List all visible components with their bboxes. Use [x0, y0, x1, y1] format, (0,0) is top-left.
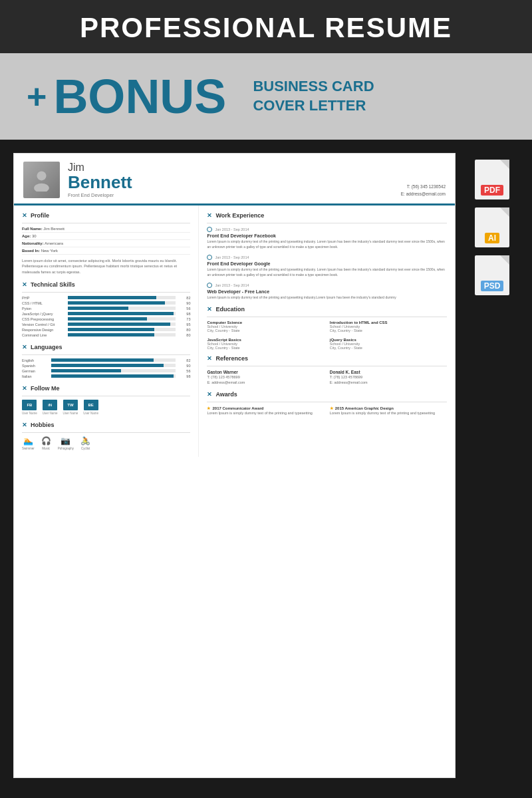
- resume-right-col: ✕ Work Experience Jan 2013 - Sep 2014 Fr…: [199, 205, 455, 457]
- work-entry-3: Jan 2013 - Sep 2014 Web Developer - Free…: [207, 283, 447, 301]
- education-section-title: ✕ Education: [207, 306, 447, 313]
- references-title-text: References: [215, 355, 248, 362]
- followme-divider: [22, 396, 190, 396]
- award-item-2: ★ 2015 American Graphic Design Lorem Ips…: [330, 406, 447, 416]
- bonus-section: + BONUS BUSINESS CARD COVER LETTER: [0, 53, 532, 140]
- references-x-icon: ✕: [207, 355, 212, 362]
- file-icon-psd: PSD: [475, 255, 509, 295]
- profile-bio: Lorem ipsum dolor sit amet, consectetur …: [22, 258, 190, 275]
- lang-row: English 82: [22, 358, 190, 362]
- awards-x-icon: ✕: [207, 391, 212, 398]
- bonus-word: BONUS: [53, 72, 226, 120]
- svg-point-1: [34, 184, 49, 192]
- education-divider: [207, 317, 447, 317]
- resume-header: Jim Bennett Front End Developer T: (56) …: [14, 154, 455, 205]
- ai-badge: AI: [485, 233, 499, 243]
- profile-section-title: ✕ Profile: [22, 212, 190, 219]
- awards-section-title: ✕ Awards: [207, 391, 447, 398]
- cyclist-icon: 🚴: [80, 436, 90, 446]
- resume-name-block: Jim Bennett Front End Developer: [68, 162, 393, 198]
- svg-point-0: [37, 171, 47, 180]
- resume-body: ✕ Profile Full Name: Jim Bennett Age: 30…: [14, 205, 455, 457]
- awards-title-text: Awards: [215, 391, 237, 398]
- psd-badge: PSD: [481, 281, 504, 291]
- skills-divider: [22, 292, 190, 293]
- languages-title-text: Languages: [31, 344, 63, 350]
- hobbies-divider: [22, 432, 190, 433]
- work-x-icon: ✕: [207, 212, 212, 219]
- edu-item-1: Computer Science School / University Cit…: [207, 321, 324, 332]
- education-title-text: Education: [215, 306, 245, 313]
- lang-row: Italian 98: [22, 374, 190, 378]
- work-jobtitle-2: Front End Developer Google: [207, 261, 447, 266]
- skill-row: Version Control / Git 95: [22, 323, 190, 327]
- resume-contact: T: (56) 345 1236542 E: address@email.com: [401, 183, 446, 198]
- social-linkedin: iN User Name: [43, 400, 58, 415]
- skill-row: Pyton 56: [22, 307, 190, 311]
- file-icon-ai: AI: [475, 207, 509, 247]
- languages-x-icon: ✕: [22, 344, 27, 350]
- followme-section-title: ✕ Follow Me: [22, 385, 190, 392]
- swimmer-icon: 🏊: [23, 436, 33, 446]
- profile-based: Based In: New York: [22, 249, 190, 255]
- camera-icon: 📷: [61, 436, 70, 446]
- resume-photo: [23, 162, 60, 198]
- hobby-photography: 📷 Pohography: [58, 436, 74, 450]
- skill-row: Responsive Design 80: [22, 328, 190, 332]
- edu-item-4: jQuery Basics School / University City, …: [330, 338, 447, 350]
- work-section-title: ✕ Work Experience: [207, 212, 447, 219]
- award-item-1: ★ 2017 Communicator Award Lorem Ipsum is…: [207, 406, 324, 416]
- work-desc-3: Lorem Ipsum is simply dummy text of the …: [207, 295, 447, 301]
- top-banner: PROFESSIONAL RESUME: [0, 0, 532, 53]
- pdf-badge: PDF: [481, 185, 503, 196]
- lang-row: German 56: [22, 369, 190, 373]
- languages-section-title: ✕ Languages: [22, 344, 190, 350]
- skills-list: PHP 82 CSS / HTML 90 Pyton 56: [22, 296, 190, 337]
- resume-left-col: ✕ Profile Full Name: Jim Bennett Age: 30…: [14, 205, 199, 457]
- plus-sign: +: [27, 76, 47, 116]
- bonus-text: + BONUS BUSINESS CARD COVER LETTER: [27, 72, 374, 120]
- music-icon: 🎧: [41, 436, 51, 446]
- page-title: PROFESSIONAL RESUME: [0, 12, 532, 44]
- plus-bonus: + BONUS: [27, 72, 226, 120]
- hobby-cycling: 🚴 Cyclist: [80, 436, 90, 450]
- work-divider: [207, 223, 447, 223]
- social-facebook: FB User Name: [22, 400, 37, 415]
- work-jobtitle-1: Front End Developer Facebook: [207, 233, 447, 238]
- profile-age: Age: 30: [22, 234, 190, 240]
- work-desc-1: Lorem Ipsum is simply dummy text of the …: [207, 239, 447, 249]
- skill-row: CSS Preprocessing 73: [22, 317, 190, 321]
- person-icon: [30, 168, 53, 192]
- profile-x-icon: ✕: [22, 212, 27, 219]
- social-icons-list: FB User Name iN User Name TW User Name B…: [22, 400, 190, 415]
- followme-x-icon: ✕: [22, 385, 27, 392]
- skill-row: Command Line 80: [22, 333, 190, 337]
- social-twitter: TW User Name: [63, 400, 78, 415]
- bonus-line2: COVER LETTER: [253, 96, 374, 116]
- edu-item-3: JavaScript Basics School / University Ci…: [207, 338, 324, 350]
- work-date-3: Jan 2013 - Sep 2014: [207, 283, 447, 288]
- pdf-file-shape: PDF: [475, 160, 509, 200]
- work-title-text: Work Experience: [215, 212, 264, 219]
- skills-section-title: ✕ Technical Skills: [22, 281, 190, 288]
- photo-placeholder: [23, 162, 60, 198]
- references-divider: [207, 366, 447, 366]
- resume-last-name: Bennett: [68, 174, 393, 191]
- social-behance: BE User Name: [83, 400, 98, 415]
- skills-x-icon: ✕: [22, 281, 27, 288]
- resume-phone: T: (56) 345 1236542: [401, 183, 446, 191]
- award-star-icon-2: ★: [330, 406, 333, 410]
- languages-divider: [22, 354, 190, 355]
- profile-divider: [22, 223, 190, 223]
- resume-preview: Jim Bennett Front End Developer T: (56) …: [13, 153, 456, 778]
- file-icon-pdf: PDF: [475, 160, 509, 200]
- resume-email: E: address@email.com: [401, 190, 446, 198]
- languages-list: English 82 Spanish 90 German 56: [22, 358, 190, 378]
- hobby-swimming: 🏊 Swimmer: [22, 436, 35, 450]
- skills-title-text: Technical Skills: [31, 281, 75, 288]
- work-entry-2: Jan 2013 - Sep 2014 Front End Developer …: [207, 255, 447, 277]
- references-grid: Gaston Warner T: (78) 123 4578699 E: add…: [207, 370, 447, 386]
- hobbies-title-text: Hobbies: [31, 422, 55, 428]
- ref-item-1: Gaston Warner T: (78) 123 4578699 E: add…: [207, 370, 324, 386]
- work-date-1: Jan 2013 - Sep 2014: [207, 227, 447, 232]
